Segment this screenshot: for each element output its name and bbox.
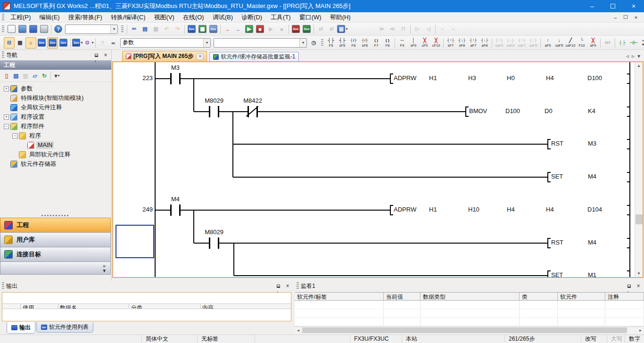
close-button[interactable]: × [623,0,644,12]
watch-row[interactable] [295,318,644,326]
scroll-left-icon[interactable]: ◂ [295,327,302,334]
tree-item-program-folder[interactable]: −程序 [0,131,111,140]
dock-tab-0[interactable]: 输出 [7,322,35,334]
ladder-vertical-scrollbar[interactable]: ▲ ▼ [635,62,643,277]
collapse-icon[interactable]: − [4,124,9,129]
toolbar1-grip[interactable] [2,25,4,33]
expand-icon[interactable]: + [4,114,9,120]
chevron-down-icon[interactable]: ▾ [299,39,306,47]
watch-close-button[interactable]: × [635,282,642,290]
ladder-symbol-caF10-button[interactable]: ╱caF10 [565,36,576,49]
ladder-symbol-F5-button[interactable]: ┤├F5 [325,36,337,49]
mdi-close-button[interactable]: × [631,14,641,21]
edit-ladder-block-button[interactable]: ⊣⊢ [628,36,639,49]
contact-no[interactable] [205,237,223,250]
device-memory-tree-button[interactable]: Dev [58,37,69,49]
watch-column-header[interactable]: 类 [520,293,558,300]
ladder-symbol-sF8-button[interactable]: ┤↓├sF8 [456,36,468,49]
scroll-down-icon[interactable]: ▼ [635,270,643,277]
device-memory-grid-button[interactable]: Dev [47,37,58,49]
outline-window-button[interactable]: ≡ [25,37,36,49]
menu-item-1[interactable]: 编辑(E) [35,12,64,23]
add-new-data-button[interactable]: ▯ [2,71,11,81]
toolbar-combobox[interactable]: ▾ [214,38,307,48]
contact-no[interactable] [205,105,223,118]
menu-item-0[interactable]: 工程(P) [6,12,35,23]
menu-item-7[interactable]: 诊断(D) [237,12,266,23]
ladder-symbol-aF8-button[interactable]: ┤↓├aF8 [479,36,490,49]
transfer-back-button[interactable]: ← [233,24,244,35]
output-close-button[interactable]: × [284,282,291,290]
tree-item-program-setting[interactable]: +程序设置 [0,112,111,122]
function-block-selection-button[interactable]: ▦ [15,37,25,49]
device-find-button[interactable]: ⊙▾ [83,37,94,49]
toolbar-grip[interactable] [321,39,323,47]
menu-item-5[interactable]: 在线(O) [179,12,208,23]
minimize-button[interactable]: – [582,0,603,12]
menu-item-9[interactable]: 窗口(W) [295,12,326,23]
menu-item-6[interactable]: 调试(B) [208,12,237,23]
find-button[interactable]: ∞ [108,37,119,49]
scrollbar-thumb[interactable] [302,327,627,333]
device-batch-monitor-button[interactable]: Dev [290,24,301,35]
ladder-symbol-F6-button[interactable]: ┤/├F6 [348,36,359,49]
ladder-canvas[interactable]: 223249M3M8029M8422M4M8029ADPRWH1H3H0H4D1… [113,62,635,277]
tab-list-dropdown-button[interactable]: ▾ [637,53,640,59]
tab-scroll-left-button[interactable]: ◃ [626,53,629,59]
mdi-minimize-button[interactable]: – [610,14,620,21]
navigation-grip[interactable] [2,51,4,59]
ladder-cursor[interactable] [116,225,154,258]
watch-row[interactable] [295,309,644,318]
toolbar-combobox[interactable]: ▾ [65,24,118,34]
toolbar-overflow-button[interactable]: »▾ [639,37,644,49]
stop-monitor-button[interactable]: ■ [255,24,265,35]
pin-button[interactable] [92,51,100,59]
ladder-symbol-aF5-button[interactable]: ↑aF5 [542,36,553,49]
output-grip[interactable] [2,282,4,290]
read-from-plc-button[interactable]: ▦ [197,24,208,35]
ladder-symbol-F10-button[interactable]: └F10 [576,36,587,49]
transfer-setup-button[interactable]: → [222,24,233,35]
menu-grip[interactable] [2,14,4,21]
watch-pin-button[interactable] [625,282,633,290]
menu-item-3[interactable]: 转换/编译(C) [107,12,150,23]
restore-button[interactable]: ☐ [603,0,623,12]
toolbar-grip[interactable] [121,25,124,33]
collapse-icon[interactable]: − [12,133,17,139]
ladder-symbol-aF9-button[interactable]: ╳aF9 [587,36,599,49]
ladder-symbol-sF6-button[interactable]: ┤/├sF6 [359,36,371,49]
watch-column-header[interactable]: 注释 [605,293,644,300]
watch-column-header[interactable]: 软元件 [558,293,605,300]
copy-data-button[interactable]: ▤ [11,71,21,81]
tab-scroll-right-button[interactable]: ▹ [632,53,635,59]
scroll-right-icon[interactable]: ▸ [637,327,644,334]
tree-item-parameter[interactable]: +参数 [0,84,111,93]
ladder-symbol-caF5-button[interactable]: ↓caF5 [553,36,565,49]
tab-close-button[interactable]: × [197,53,203,60]
monitor-mode-button[interactable]: ▥▾ [337,24,348,35]
cut-button[interactable]: ✂ [129,24,140,35]
contact-no[interactable] [166,204,184,217]
view-buttons-overflow[interactable]: »▾ [0,261,111,275]
verify-with-plc-button[interactable]: Dev [208,24,219,35]
menu-item-2[interactable]: 搜索/替换(F) [64,12,107,23]
tree-item-pou[interactable]: −程序部件 [0,122,111,131]
expand-icon[interactable]: + [4,86,9,91]
toolbar-combobox[interactable]: 参数▾ [120,38,211,48]
open-project-button[interactable] [17,24,28,35]
scrollbar-thumb[interactable] [636,214,643,224]
tree-item-global-device-comment[interactable]: 全局软元件注释 [0,103,111,112]
tree-item-device-memory[interactable]: 软元件存储器 [0,159,111,169]
mdi-restore-button[interactable]: ☐ [620,14,631,21]
menu-item-10[interactable]: 帮助(H) [326,12,355,23]
watch-horizontal-scrollbar[interactable]: ◂▸ [295,327,644,334]
inline-statement-edit-button[interactable]: ┤├ [617,36,628,49]
new-project-button[interactable] [6,24,17,35]
document-tab-0[interactable]: [PRG]写入 MAIN 265步× [122,51,207,61]
ladder-symbol-sF9-button[interactable]: │sF9 [408,36,419,49]
device-comment-edit-button[interactable]: Dev [36,37,47,49]
dock-tab-1[interactable]: Dev软元件使用列表 [36,322,93,333]
device-display-mode-button[interactable]: Dev▾ [72,37,83,49]
chevron-down-icon[interactable]: ▾ [203,39,210,47]
ladder-symbol-sF5-button[interactable]: ┤├sF5 [337,36,348,49]
